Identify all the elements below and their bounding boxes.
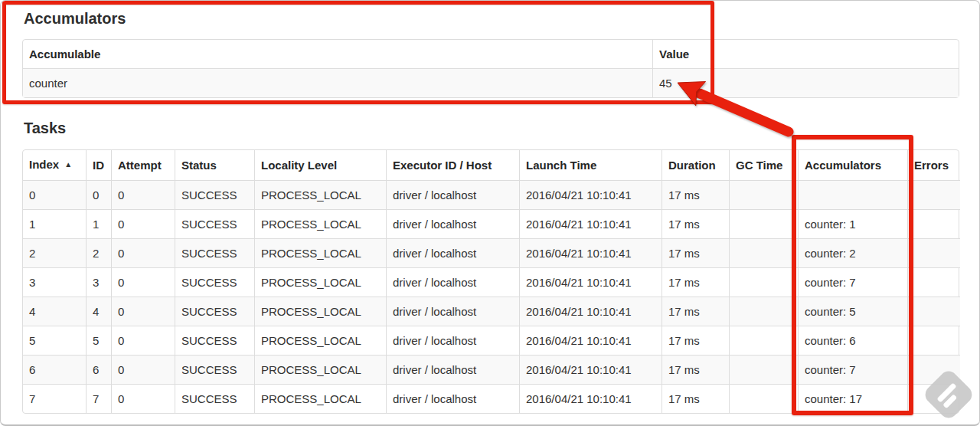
task-cell-locality-level: PROCESS_LOCAL: [254, 209, 386, 238]
column-header-label: Index: [29, 158, 59, 171]
task-cell-accumulators: counter: 5: [798, 297, 907, 326]
task-cell-accumulators: [798, 180, 907, 209]
task-cell-executor-id-host: driver / localhost: [386, 355, 519, 384]
task-cell-index: 4: [23, 297, 86, 326]
task-cell-accumulators: counter: 6: [798, 326, 907, 355]
table-row: counter 45: [23, 68, 959, 97]
column-header-label: Launch Time: [526, 159, 596, 172]
table-row: 660SUCCESSPROCESS_LOCALdriver / localhos…: [23, 355, 960, 384]
task-cell-id: 6: [86, 355, 111, 384]
task-cell-attempt: 0: [111, 326, 175, 355]
task-cell-accumulators: counter: 7: [798, 355, 907, 384]
task-cell-index: 5: [23, 326, 86, 355]
task-cell-id: 2: [86, 238, 111, 267]
task-cell-id: 0: [86, 180, 111, 209]
task-cell-gc-time: [729, 267, 798, 297]
tasks-table-body: 000SUCCESSPROCESS_LOCALdriver / localhos…: [23, 180, 960, 413]
task-cell-status: SUCCESS: [175, 297, 254, 326]
task-cell-locality-level: PROCESS_LOCAL: [254, 326, 386, 355]
task-cell-attempt: 0: [111, 384, 175, 413]
column-header-accumulators[interactable]: Accumulators: [798, 150, 907, 180]
task-cell-executor-id-host: driver / localhost: [386, 180, 519, 209]
task-cell-attempt: 0: [111, 297, 175, 326]
column-header-index[interactable]: Index▲: [23, 150, 86, 180]
task-cell-attempt: 0: [111, 238, 175, 267]
task-cell-status: SUCCESS: [175, 180, 254, 209]
task-cell-launch-time: 2016/04/21 10:10:41: [519, 384, 662, 413]
column-header-label: Executor ID / Host: [393, 159, 492, 172]
column-header-id[interactable]: ID: [86, 150, 111, 180]
task-cell-duration: 17 ms: [662, 180, 729, 209]
task-cell-attempt: 0: [111, 355, 175, 384]
task-cell-duration: 17 ms: [662, 238, 729, 267]
column-header-label: Status: [181, 159, 217, 172]
task-cell-gc-time: [729, 297, 798, 326]
stage-detail-content: Accumulators Accumulable Value counter 4…: [1, 1, 979, 414]
task-cell-launch-time: 2016/04/21 10:10:41: [519, 355, 662, 384]
task-cell-duration: 17 ms: [662, 209, 729, 238]
task-cell-duration: 17 ms: [662, 267, 729, 297]
table-row: 550SUCCESSPROCESS_LOCALdriver / localhos…: [23, 326, 960, 355]
tasks-section-heading: Tasks: [24, 120, 958, 136]
task-cell-status: SUCCESS: [175, 326, 254, 355]
task-cell-executor-id-host: driver / localhost: [386, 297, 519, 326]
task-cell-errors: [907, 238, 960, 267]
task-cell-errors: [907, 297, 960, 326]
table-row: 110SUCCESSPROCESS_LOCALdriver / localhos…: [23, 209, 960, 238]
task-cell-launch-time: 2016/04/21 10:10:41: [519, 297, 662, 326]
task-cell-gc-time: [729, 209, 798, 238]
task-cell-id: 3: [86, 267, 111, 297]
task-cell-executor-id-host: driver / localhost: [386, 238, 519, 267]
task-cell-index: 2: [23, 238, 86, 267]
task-cell-gc-time: [729, 326, 798, 355]
column-header-duration[interactable]: Duration: [662, 150, 729, 180]
task-cell-errors: [907, 326, 960, 355]
task-cell-locality-level: PROCESS_LOCAL: [254, 180, 386, 209]
tasks-header-row: Index▲IDAttemptStatusLocality LevelExecu…: [23, 150, 960, 180]
task-cell-duration: 17 ms: [662, 297, 729, 326]
task-cell-status: SUCCESS: [175, 209, 254, 238]
sort-ascending-icon: ▲: [64, 160, 72, 169]
task-cell-gc-time: [729, 238, 798, 267]
task-cell-index: 1: [23, 209, 86, 238]
accumulators-table: Accumulable Value counter 45: [22, 39, 959, 98]
task-cell-executor-id-host: driver / localhost: [386, 209, 519, 238]
task-cell-launch-time: 2016/04/21 10:10:41: [519, 209, 662, 238]
task-cell-id: 7: [86, 384, 111, 413]
column-header-label: Errors: [914, 159, 949, 172]
column-header-label: Locality Level: [261, 159, 337, 172]
column-header-label: Duration: [668, 159, 716, 172]
task-cell-id: 1: [86, 209, 111, 238]
task-cell-status: SUCCESS: [175, 267, 254, 297]
task-cell-accumulators: counter: 2: [798, 238, 907, 267]
task-cell-id: 4: [86, 297, 111, 326]
column-header-label: Attempt: [118, 159, 162, 172]
task-cell-attempt: 0: [111, 180, 175, 209]
column-header-locality-level[interactable]: Locality Level: [254, 150, 386, 180]
task-cell-locality-level: PROCESS_LOCAL: [254, 238, 386, 267]
column-header-label: Accumulators: [805, 159, 881, 172]
accumulators-section-heading: Accumulators: [24, 10, 958, 27]
column-header-gc-time[interactable]: GC Time: [729, 150, 798, 180]
task-cell-locality-level: PROCESS_LOCAL: [254, 355, 386, 384]
task-cell-status: SUCCESS: [175, 384, 254, 413]
task-cell-accumulators: counter: 1: [798, 209, 907, 238]
column-header-launch-time[interactable]: Launch Time: [519, 150, 662, 180]
column-header-status[interactable]: Status: [175, 150, 254, 180]
task-cell-index: 7: [23, 384, 86, 413]
task-cell-id: 5: [86, 326, 111, 355]
task-cell-executor-id-host: driver / localhost: [386, 267, 519, 297]
column-header-value: Value: [652, 40, 959, 68]
task-cell-executor-id-host: driver / localhost: [386, 326, 519, 355]
task-cell-attempt: 0: [111, 209, 175, 238]
task-cell-accumulators: counter: 7: [798, 267, 907, 297]
column-header-label: GC Time: [736, 159, 782, 172]
task-cell-locality-level: PROCESS_LOCAL: [254, 267, 386, 297]
column-header-attempt[interactable]: Attempt: [111, 150, 175, 180]
task-cell-errors: [907, 180, 960, 209]
task-cell-gc-time: [729, 384, 798, 413]
accumulators-header-row: Accumulable Value: [23, 40, 959, 68]
column-header-executor-id-host[interactable]: Executor ID / Host: [386, 150, 519, 180]
accumulable-name-cell: counter: [23, 68, 652, 97]
column-header-errors[interactable]: Errors: [907, 150, 960, 180]
